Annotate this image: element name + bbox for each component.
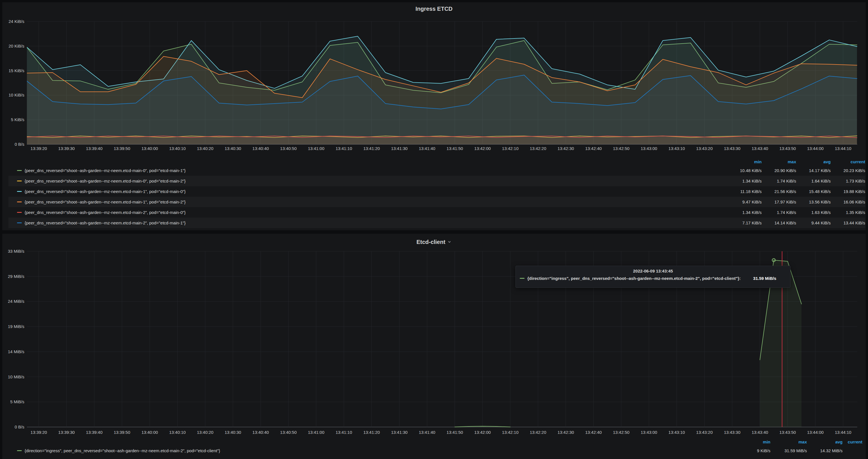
x-axis-tick-label: 13:41:20 bbox=[357, 430, 385, 435]
panel-title-etcd-client[interactable]: Etcd-client bbox=[0, 239, 868, 245]
x-axis-tick-label: 13:44:00 bbox=[801, 430, 830, 435]
legend-series-label[interactable]: {peer_dns_reversed="shoot--ash-garden--m… bbox=[25, 189, 727, 194]
x-axis-tick-label: 13:39:20 bbox=[25, 430, 53, 435]
tooltip-series-row: {direction="ingress", peer_dns_reversed=… bbox=[516, 273, 790, 281]
x-axis-tick-label: 13:42:50 bbox=[607, 146, 636, 151]
y-axis-tick-label: 0 B/s bbox=[0, 425, 24, 430]
panel-title-text: Ingress ETCD bbox=[415, 6, 453, 12]
legend-header-min[interactable]: min bbox=[727, 159, 762, 164]
x-axis-tick-label: 13:41:50 bbox=[441, 430, 469, 435]
y-axis-tick-label: 20 KiB/s bbox=[0, 43, 24, 49]
legend-row: {peer_dns_reversed="shoot--ash-garden--m… bbox=[8, 218, 865, 228]
legend-current-value: 16.06 KiB/s bbox=[831, 200, 865, 204]
legend-series-label[interactable]: {peer_dns_reversed="shoot--ash-garden--m… bbox=[25, 179, 727, 183]
legend-max-value: 1.74 KiB/s bbox=[762, 210, 796, 215]
x-axis-tick-label: 13:44:10 bbox=[829, 430, 857, 435]
y-axis-tick-label: 33 MiB/s bbox=[0, 249, 24, 254]
x-axis-tick-label: 13:42:40 bbox=[580, 146, 608, 151]
y-axis-tick-label: 10 KiB/s bbox=[0, 93, 24, 98]
x-axis-tick-label: 13:39:30 bbox=[52, 430, 81, 435]
x-axis-tick-label: 13:41:50 bbox=[441, 146, 469, 151]
x-axis-tick-label: 13:39:50 bbox=[108, 430, 136, 435]
x-axis-tick-label: 13:43:10 bbox=[662, 146, 691, 151]
x-axis-tick-label: 13:43:40 bbox=[746, 146, 774, 151]
series-color-dash bbox=[17, 212, 22, 213]
x-axis-tick-label: 13:41:30 bbox=[385, 430, 413, 435]
x-axis-tick-label: 13:43:40 bbox=[746, 430, 774, 435]
x-axis-tick-label: 13:42:00 bbox=[468, 430, 497, 435]
legend-avg-value: 14.32 MiB/s bbox=[807, 448, 842, 453]
x-axis-tick-label: 13:44:10 bbox=[829, 146, 857, 151]
legend-header-current[interactable]: current bbox=[842, 439, 862, 444]
y-axis-tick-label: 29 MiB/s bbox=[0, 274, 24, 279]
x-axis-tick-label: 13:40:30 bbox=[219, 430, 247, 435]
legend-current-value: 1.73 KiB/s bbox=[831, 179, 865, 183]
legend-current-value: 13.44 KiB/s bbox=[831, 220, 865, 225]
legend-row: {peer_dns_reversed="shoot--ash-garden--m… bbox=[8, 165, 865, 176]
legend-current-value: 20.23 KiB/s bbox=[831, 168, 865, 173]
x-axis-tick-label: 13:39:50 bbox=[108, 146, 136, 151]
legend-min-value: 11.18 KiB/s bbox=[727, 189, 762, 194]
legend-min-value: 9.47 KiB/s bbox=[727, 200, 762, 204]
x-axis-tick-label: 13:43:20 bbox=[690, 146, 719, 151]
legend-series-label[interactable]: {peer_dns_reversed="shoot--ash-garden--m… bbox=[25, 220, 727, 225]
y-axis-tick-label: 14 MiB/s bbox=[0, 349, 24, 354]
x-axis-tick-label: 13:41:40 bbox=[413, 146, 441, 151]
legend-min-value: 7.17 KiB/s bbox=[727, 220, 762, 225]
x-axis-tick-label: 13:39:30 bbox=[52, 146, 81, 151]
legend-avg-value: 1.63 KiB/s bbox=[796, 210, 831, 215]
x-axis-tick-label: 13:42:20 bbox=[524, 146, 552, 151]
legend-max-value: 21.56 KiB/s bbox=[762, 189, 796, 194]
legend-series-label[interactable]: {direction="ingress", peer_dns_reversed=… bbox=[25, 448, 734, 453]
series-color-dash bbox=[17, 202, 22, 202]
x-axis-tick-label: 13:40:00 bbox=[135, 146, 164, 151]
legend-header-max[interactable]: max bbox=[770, 439, 807, 444]
legend-min-value: 9 KiB/s bbox=[734, 448, 770, 453]
series-color-dash bbox=[17, 191, 22, 192]
legend-avg-value: 14.17 KiB/s bbox=[796, 168, 831, 173]
legend-row: {peer_dns_reversed="shoot--ash-garden--m… bbox=[8, 197, 865, 207]
legend-header-row: min max avg current bbox=[8, 438, 865, 446]
legend-series-label[interactable]: {peer_dns_reversed="shoot--ash-garden--m… bbox=[25, 200, 727, 204]
x-axis-tick-label: 13:39:40 bbox=[80, 146, 108, 151]
legend-max-value: 14.14 KiB/s bbox=[762, 220, 796, 225]
x-axis-tick-label: 13:43:50 bbox=[774, 146, 802, 151]
legend-series-label[interactable]: {peer_dns_reversed="shoot--ash-garden--m… bbox=[25, 210, 727, 215]
legend-min-value: 1.34 KiB/s bbox=[727, 210, 762, 215]
legend-avg-value: 1.64 KiB/s bbox=[796, 179, 831, 183]
x-axis-tick-label: 13:41:40 bbox=[413, 430, 441, 435]
legend-current-value: 19.88 KiB/s bbox=[831, 189, 865, 194]
chevron-down-icon[interactable] bbox=[447, 239, 452, 245]
legend-header-avg[interactable]: avg bbox=[807, 439, 842, 444]
legend-row: {direction="ingress", peer_dns_reversed=… bbox=[8, 446, 865, 456]
legend-avg-value: 9.44 KiB/s bbox=[796, 220, 831, 225]
legend-series-label[interactable]: {peer_dns_reversed="shoot--ash-garden--m… bbox=[25, 168, 727, 173]
legend-max-value: 31.59 MiB/s bbox=[770, 448, 807, 453]
x-axis-tick-label: 13:39:20 bbox=[25, 146, 53, 151]
legend-max-value: 17.97 KiB/s bbox=[762, 200, 796, 204]
panel-title-ingress-etcd[interactable]: Ingress ETCD bbox=[0, 6, 868, 12]
x-axis-tick-label: 13:43:00 bbox=[635, 146, 663, 151]
series-color-dash bbox=[17, 222, 22, 223]
chart-canvas[interactable] bbox=[0, 0, 868, 459]
x-axis-tick-label: 13:40:20 bbox=[191, 430, 219, 435]
x-axis-tick-label: 13:41:00 bbox=[302, 430, 330, 435]
legend-avg-value: 13.56 KiB/s bbox=[796, 200, 831, 204]
legend-header-avg[interactable]: avg bbox=[796, 159, 831, 164]
x-axis-tick-label: 13:43:10 bbox=[662, 430, 691, 435]
legend-current-value: 1.35 KiB/s bbox=[831, 210, 865, 215]
panel-title-text: Etcd-client bbox=[416, 239, 445, 245]
legend-row: {peer_dns_reversed="shoot--ash-garden--m… bbox=[8, 186, 865, 197]
legend-min-value: 1.34 KiB/s bbox=[727, 179, 762, 183]
series-color-dash bbox=[520, 278, 525, 279]
legend-header-min[interactable]: min bbox=[734, 439, 770, 444]
legend-header-max[interactable]: max bbox=[762, 159, 796, 164]
x-axis-tick-label: 13:40:50 bbox=[274, 146, 303, 151]
y-axis-tick-label: 5 KiB/s bbox=[0, 117, 24, 122]
x-axis-tick-label: 13:39:40 bbox=[80, 430, 108, 435]
legend-header-current[interactable]: current bbox=[831, 159, 865, 164]
x-axis-tick-label: 13:40:40 bbox=[246, 430, 275, 435]
y-axis-tick-label: 10 MiB/s bbox=[0, 374, 24, 379]
tooltip-value: 31.59 MiB/s bbox=[753, 276, 776, 281]
x-axis-tick-label: 13:43:50 bbox=[774, 430, 802, 435]
